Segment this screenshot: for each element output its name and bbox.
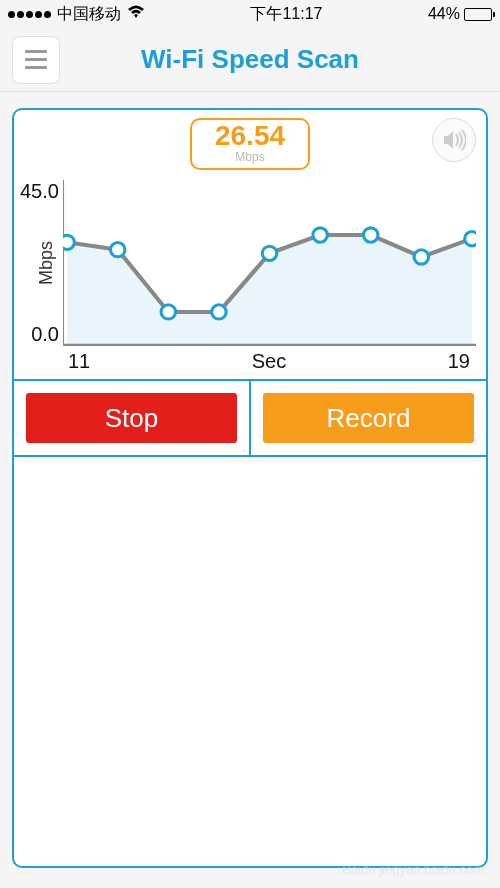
watermark: Baidu jingyan.baidu.com bbox=[342, 862, 484, 878]
status-time: 下午11:17 bbox=[250, 4, 322, 25]
empty-area bbox=[14, 457, 486, 866]
svg-point-6 bbox=[262, 246, 276, 260]
ytick-min: 0.0 bbox=[31, 323, 59, 346]
menu-button[interactable] bbox=[12, 36, 60, 84]
speed-value: 26.54 bbox=[192, 122, 308, 150]
wifi-icon bbox=[127, 5, 145, 23]
svg-point-8 bbox=[363, 228, 377, 242]
chart-xlabel: Sec bbox=[90, 350, 448, 373]
speaker-icon bbox=[442, 129, 466, 151]
xtick-max: 19 bbox=[448, 350, 470, 373]
stop-button[interactable]: Stop bbox=[26, 393, 237, 443]
svg-point-10 bbox=[465, 232, 476, 246]
page-title: Wi-Fi Speed Scan bbox=[0, 44, 500, 75]
svg-point-3 bbox=[110, 243, 124, 257]
speed-chart: 45.0 Mbps 0.0 bbox=[14, 170, 486, 350]
chart-ylabel: Mbps bbox=[34, 241, 59, 285]
status-bar: 中国移动 下午11:17 44% bbox=[0, 0, 500, 28]
svg-point-9 bbox=[414, 250, 428, 264]
main-card: 26.54 Mbps 45.0 Mbps 0.0 11 Sec 19 Stop bbox=[12, 108, 488, 868]
svg-point-4 bbox=[161, 305, 175, 319]
svg-point-7 bbox=[313, 228, 327, 242]
carrier-label: 中国移动 bbox=[57, 4, 121, 25]
svg-point-5 bbox=[212, 305, 226, 319]
battery-icon bbox=[464, 8, 492, 21]
xtick-min: 11 bbox=[68, 350, 90, 373]
sound-button[interactable] bbox=[432, 118, 476, 162]
battery-percent: 44% bbox=[428, 5, 460, 23]
signal-icon bbox=[8, 11, 51, 18]
ytick-max: 45.0 bbox=[20, 180, 59, 203]
app-header: Wi-Fi Speed Scan bbox=[0, 28, 500, 92]
record-button[interactable]: Record bbox=[263, 393, 474, 443]
svg-point-2 bbox=[63, 235, 74, 249]
speed-badge: 26.54 Mbps bbox=[190, 118, 310, 170]
speed-unit: Mbps bbox=[192, 150, 308, 164]
